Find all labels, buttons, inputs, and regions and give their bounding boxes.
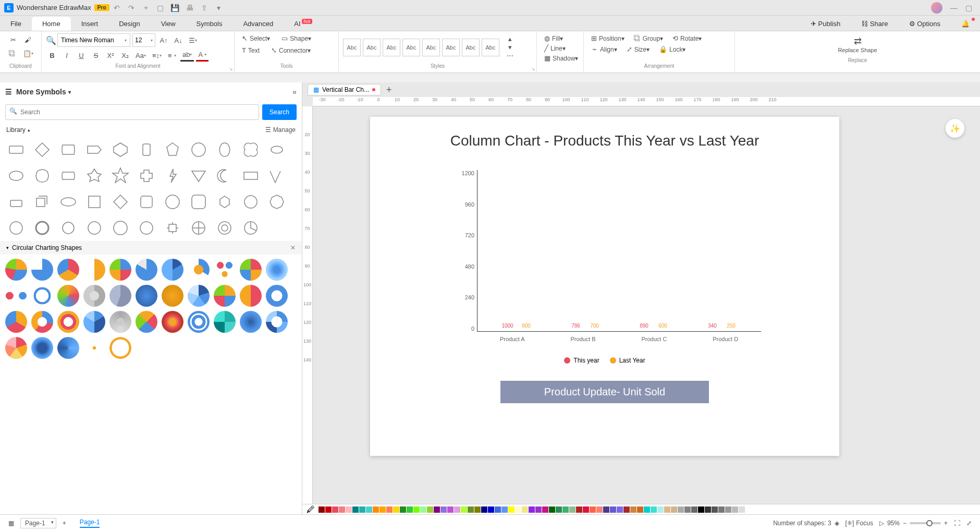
collapse-panel-icon[interactable]: « bbox=[292, 88, 297, 96]
shape-item[interactable] bbox=[188, 139, 210, 161]
shape-item[interactable] bbox=[136, 139, 157, 161]
chart-shape-item[interactable] bbox=[83, 311, 105, 333]
highlight-icon[interactable]: ab bbox=[180, 49, 194, 62]
close-section-icon[interactable]: ✕ bbox=[290, 244, 296, 251]
shape-item[interactable] bbox=[109, 217, 131, 239]
chart-shape-item[interactable] bbox=[136, 311, 157, 333]
case-icon[interactable]: Aa bbox=[133, 49, 148, 62]
shape-item[interactable] bbox=[83, 165, 105, 187]
styles-up-icon[interactable]: ▴ bbox=[504, 35, 516, 43]
color-swatch[interactable] bbox=[630, 506, 636, 513]
lock-button[interactable]: 🔒Lock ▾ bbox=[656, 44, 689, 54]
color-swatch[interactable] bbox=[407, 506, 413, 513]
color-swatch[interactable] bbox=[712, 506, 718, 513]
color-swatch[interactable] bbox=[678, 506, 684, 513]
color-swatch[interactable] bbox=[325, 506, 332, 513]
shape-item[interactable] bbox=[162, 217, 183, 239]
chart-shape-item[interactable] bbox=[162, 259, 183, 281]
color-swatch[interactable] bbox=[542, 506, 548, 513]
chart-shape-item[interactable] bbox=[266, 259, 288, 281]
color-swatch[interactable] bbox=[454, 506, 460, 513]
chart-shape-item[interactable] bbox=[109, 311, 131, 333]
chart-shape-item[interactable] bbox=[162, 285, 183, 307]
color-swatch[interactable] bbox=[522, 506, 528, 513]
shape-item[interactable] bbox=[57, 191, 79, 213]
color-swatch[interactable] bbox=[718, 506, 725, 513]
align-button[interactable]: ⫟Align ▾ bbox=[588, 44, 620, 54]
font-family-select[interactable]: Times New Roman bbox=[57, 33, 130, 47]
color-swatch[interactable] bbox=[373, 506, 379, 513]
chart-shape-item[interactable] bbox=[188, 285, 210, 307]
shape-item[interactable] bbox=[214, 139, 236, 161]
styles-down-icon[interactable]: ▾ bbox=[504, 43, 516, 52]
color-swatch[interactable] bbox=[549, 506, 555, 513]
format-painter-icon[interactable]: 🖌 bbox=[22, 33, 34, 46]
line-spacing-icon[interactable]: ≡↕ bbox=[150, 49, 164, 62]
shape-item[interactable] bbox=[31, 217, 53, 239]
print-icon[interactable]: 🖶 bbox=[183, 2, 196, 14]
color-swatch[interactable] bbox=[596, 506, 603, 513]
color-swatch[interactable] bbox=[495, 506, 501, 513]
color-swatch[interactable] bbox=[637, 506, 643, 513]
notification-icon[interactable]: 🔔 bbox=[951, 17, 980, 31]
shape-item[interactable] bbox=[214, 191, 236, 213]
underline-icon[interactable]: U bbox=[75, 49, 88, 62]
color-swatch[interactable] bbox=[318, 506, 325, 513]
chart-shape-item[interactable] bbox=[109, 337, 131, 359]
increase-font-icon[interactable]: A↑ bbox=[157, 34, 170, 46]
shape-item[interactable] bbox=[136, 165, 157, 187]
chart-shape-item[interactable] bbox=[136, 259, 157, 281]
color-swatch[interactable] bbox=[468, 506, 474, 513]
chart-shape-item[interactable] bbox=[57, 311, 79, 333]
add-tab-icon[interactable]: + bbox=[386, 85, 392, 95]
ai-assistant-button[interactable]: ✨ bbox=[946, 119, 964, 138]
style-preset-4[interactable]: Abc bbox=[402, 39, 420, 56]
color-swatch[interactable] bbox=[366, 506, 372, 513]
shape-item[interactable] bbox=[162, 139, 183, 161]
shape-item[interactable] bbox=[162, 191, 183, 213]
color-swatch[interactable] bbox=[501, 506, 508, 513]
manage-button[interactable]: ☰ Manage bbox=[265, 126, 296, 134]
shape-item[interactable] bbox=[57, 139, 79, 161]
color-swatch[interactable] bbox=[684, 506, 691, 513]
options-button[interactable]: ⚙ Options bbox=[899, 17, 951, 31]
chart-shape-item[interactable] bbox=[188, 259, 210, 281]
color-swatch[interactable] bbox=[515, 506, 521, 513]
layers-icon[interactable]: ◈ bbox=[835, 520, 839, 527]
shape-item[interactable] bbox=[240, 191, 262, 213]
add-page-icon[interactable]: + bbox=[63, 520, 66, 527]
zoom-out-icon[interactable]: − bbox=[903, 520, 906, 527]
shape-item[interactable] bbox=[136, 191, 157, 213]
tab-symbols[interactable]: Symbols bbox=[186, 17, 233, 31]
library-label[interactable]: Library bbox=[6, 126, 26, 134]
chart-shape-item[interactable] bbox=[162, 311, 183, 333]
color-swatch[interactable] bbox=[386, 506, 393, 513]
tab-ai[interactable]: AIhot bbox=[284, 17, 322, 31]
color-swatch[interactable] bbox=[461, 506, 467, 513]
chart-shape-item[interactable] bbox=[31, 311, 53, 333]
shape-item[interactable] bbox=[109, 191, 131, 213]
color-swatch[interactable] bbox=[474, 506, 481, 513]
chart-shape-item[interactable] bbox=[214, 311, 236, 333]
style-preset-6[interactable]: Abc bbox=[442, 39, 460, 56]
shape-item[interactable] bbox=[240, 165, 262, 187]
color-swatch[interactable] bbox=[657, 506, 664, 513]
color-swatch[interactable] bbox=[576, 506, 582, 513]
color-swatch[interactable] bbox=[644, 506, 650, 513]
paste-button[interactable]: 📋 bbox=[21, 47, 35, 59]
minimize-icon[interactable]: — bbox=[948, 2, 960, 14]
shape-item[interactable] bbox=[214, 165, 236, 187]
shape-item[interactable] bbox=[188, 191, 210, 213]
shape-item[interactable] bbox=[5, 139, 27, 161]
color-swatch[interactable] bbox=[332, 506, 338, 513]
color-swatch[interactable] bbox=[427, 506, 433, 513]
chart-shape-item[interactable] bbox=[266, 285, 288, 307]
color-swatch[interactable] bbox=[671, 506, 677, 513]
replace-shape-button[interactable]: ⇄ Replace Shape bbox=[739, 33, 976, 55]
color-swatch[interactable] bbox=[705, 506, 711, 513]
size-button[interactable]: ⤢Size ▾ bbox=[623, 44, 653, 54]
shape-item[interactable] bbox=[83, 191, 105, 213]
color-swatch[interactable] bbox=[617, 506, 623, 513]
page-tab[interactable]: Page-1 bbox=[80, 518, 100, 528]
color-swatch[interactable] bbox=[664, 506, 670, 513]
